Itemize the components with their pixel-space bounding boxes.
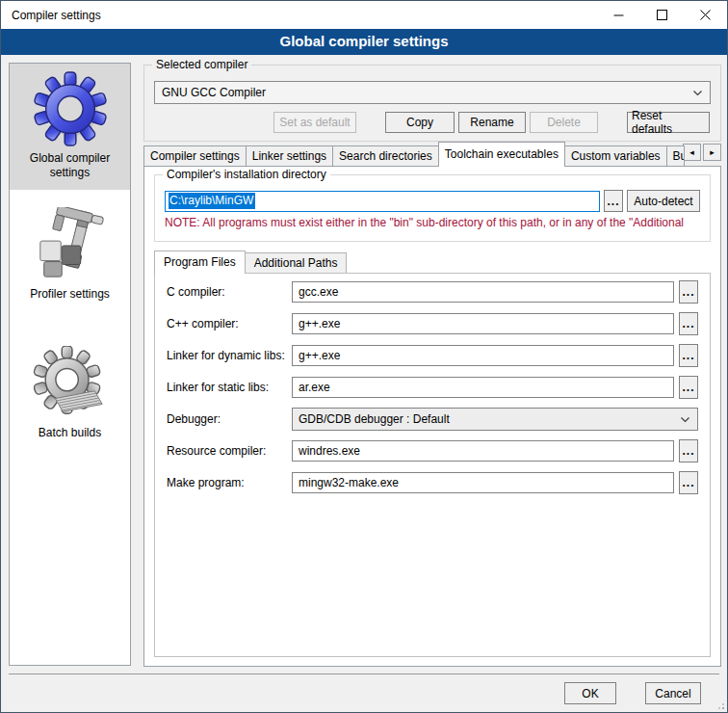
c-compiler-input[interactable]: gcc.exe [292,281,674,303]
sidebar-item-label: Global compiler settings [30,151,110,179]
sidebar-item-global-compiler-settings[interactable]: Global compiler settings [10,64,130,190]
reset-defaults-button[interactable]: Reset defaults [627,112,710,133]
maximize-button[interactable] [640,1,684,29]
ok-button[interactable]: OK [564,682,616,704]
field-label: Make program: [167,476,292,489]
sidebar-item-label: Batch builds [39,426,101,439]
selected-compiler-group: Selected compiler GNU GCC Compiler Set a… [143,65,721,142]
tab-linker-settings[interactable]: Linker settings [246,145,333,167]
installation-directory-input[interactable]: C:\raylib\MinGW [165,191,600,212]
blue-gear-icon [33,71,108,146]
page-title: Global compiler settings [1,29,727,55]
resize-grip[interactable] [715,700,725,710]
field-value: GDB/CDB debugger : Default [299,412,450,426]
minimize-button[interactable] [597,1,640,29]
tab-search-directories[interactable]: Search directories [332,145,439,167]
cancel-button[interactable]: Cancel [645,682,701,704]
tab-build-options[interactable]: Build [666,145,685,167]
delete-button: Delete [530,112,598,133]
sidebar-item-label: Profiler settings [30,287,110,301]
chevron-down-icon [693,91,702,96]
browse-directory-button[interactable]: ... [604,190,623,212]
sidebar-item-batch-builds[interactable]: Batch builds [10,338,130,450]
static-linker-input[interactable]: ar.exe [292,377,674,398]
tab-scroll-right-button[interactable]: ▸ [703,144,721,161]
compiler-select[interactable]: GNU GCC Compiler [154,81,711,104]
sidebar-item-profiler-settings[interactable]: Profiler settings [10,199,130,311]
maximize-icon [657,10,667,20]
tab-additional-paths[interactable]: Additional Paths [245,252,348,273]
caliper-icon [33,207,108,282]
debugger-select[interactable]: GDB/CDB debugger : Default [292,408,698,431]
toolchain-executables-panel: Compiler's installation directory C:\ray… [143,166,721,667]
titlebar: Compiler settings [1,1,727,29]
field-value: gcc.exe [299,285,338,299]
field-row: C compiler: gcc.exe ... [167,280,698,304]
auto-detect-button[interactable]: Auto-detect [627,190,700,212]
tab-custom-variables[interactable]: Custom variables [564,145,667,167]
footer-divider [9,673,719,674]
make-program-input[interactable]: mingw32-make.exe [292,472,674,493]
minimize-icon [613,10,624,20]
field-value: mingw32-make.exe [299,476,399,489]
tab-program-files[interactable]: Program Files [154,251,246,274]
field-value: ar.exe [299,381,330,394]
chevron-down-icon [681,417,689,423]
installation-directory-value: C:\raylib\MinGW [169,193,255,209]
close-icon [700,10,711,20]
field-row: Linker for dynamic libs: g++.exe ... [167,344,698,367]
field-label: Linker for static libs: [167,381,292,394]
field-label: Linker for dynamic libs: [167,349,292,362]
field-row: Make program: mingw32-make.exe ... [167,471,698,494]
field-value: windres.exe [299,444,360,458]
field-label: Resource compiler: [167,444,292,458]
browse-button[interactable]: ... [679,439,698,462]
window-title: Compiler settings [1,9,101,22]
group-label: Selected compiler [152,58,251,71]
set-as-default-button: Set as default [273,112,356,133]
field-label: C compiler: [167,285,292,299]
close-button[interactable] [684,1,727,29]
tab-scroll-left-button[interactable]: ◂ [683,144,701,161]
installation-directory-group: Compiler's installation directory C:\ray… [154,174,711,242]
settings-tabstrip: Compiler settings Linker settings Search… [143,142,721,167]
arrow-left-icon: ◂ [689,147,694,157]
field-row: C++ compiler: g++.exe ... [167,312,698,335]
field-row: Resource compiler: windres.exe ... [167,439,698,462]
compiler-settings-dialog: Compiler settings Global compiler settin… [0,0,728,713]
arrow-right-icon: ▸ [710,147,715,157]
copy-button[interactable]: Copy [385,112,455,133]
field-label: C++ compiler: [167,317,292,330]
gray-gear-stack-icon [33,346,108,421]
note-text: NOTE: All programs must exist either in … [165,216,700,229]
browse-button[interactable]: ... [679,376,698,399]
tab-toolchain-executables[interactable]: Toolchain executables [438,142,565,167]
browse-button[interactable]: ... [679,471,698,494]
field-value: g++.exe [299,349,340,362]
field-label: Debugger: [167,412,292,426]
compiler-select-value: GNU GCC Compiler [162,86,266,99]
browse-button[interactable]: ... [679,312,698,335]
group-label: Compiler's installation directory [163,168,330,181]
dynamic-linker-input[interactable]: g++.exe [292,345,674,366]
browse-button[interactable]: ... [679,344,698,367]
field-row: Debugger: GDB/CDB debugger : Default [167,408,698,431]
rename-button[interactable]: Rename [458,112,526,133]
resource-compiler-input[interactable]: windres.exe [292,440,674,462]
program-files-tabstrip: Program Files Additional Paths [154,251,347,273]
cpp-compiler-input[interactable]: g++.exe [292,313,674,334]
settings-category-list: Global compiler settings [9,63,131,666]
browse-button[interactable]: ... [679,280,698,304]
program-files-panel: C compiler: gcc.exe ... C++ compiler: g+… [154,273,711,657]
field-value: g++.exe [299,317,340,330]
field-row: Linker for static libs: ar.exe ... [167,376,698,399]
tab-compiler-settings[interactable]: Compiler settings [143,145,247,167]
